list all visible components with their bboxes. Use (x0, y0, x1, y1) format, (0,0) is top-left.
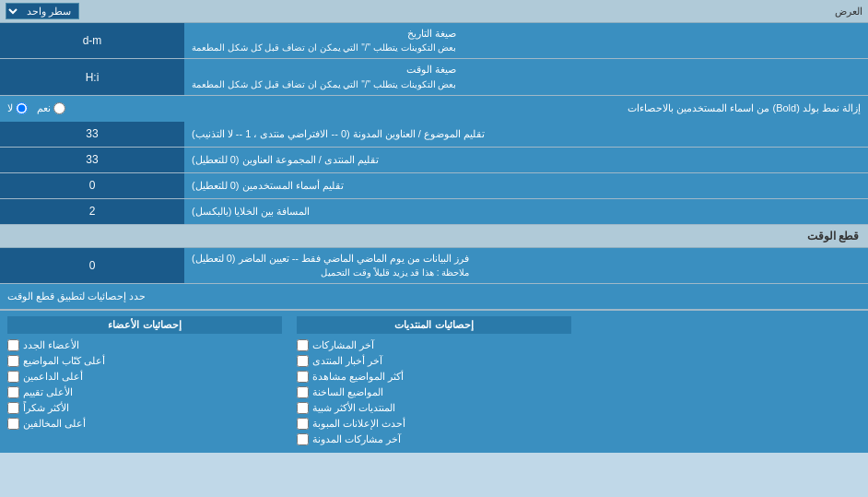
main-container: العرض سطر واحد سطرين ثلاثة أسطر صيغة الت… (0, 0, 868, 453)
cb-popular-forums[interactable] (297, 402, 309, 414)
date-format-row: صيغة التاريخ بعض التكوينات يتطلب "/" الت… (0, 23, 868, 59)
time-format-label: صيغة الوقت بعض التكوينات يتطلب "/" التي … (184, 59, 868, 94)
checkbox-item: آخر المشاركات (297, 337, 571, 353)
date-format-label: صيغة التاريخ بعض التكوينات يتطلب "/" الت… (184, 23, 868, 58)
usernames-input[interactable] (6, 179, 179, 192)
checkbox-col-forums: إحصائيات المنتديات آخر المشاركات آخر أخب… (289, 316, 579, 447)
cell-distance-row: المسافة بين الخلايا (بالبكسل) (0, 199, 868, 225)
forum-group-input-wrapper (0, 148, 184, 172)
cb-last-posts[interactable] (297, 339, 309, 351)
topics-titles-label: تقليم الموضوع / العناوين المدونة (0 -- ا… (184, 122, 868, 147)
checkbox-item: آخر مشاركات المدونة (297, 432, 571, 447)
topics-titles-row: تقليم الموضوع / العناوين المدونة (0 -- ا… (0, 122, 868, 148)
checkbox-item: المواضيع الساخنة (297, 385, 571, 400)
cb-top-supporters[interactable] (7, 371, 19, 383)
cut-time-input-wrapper (0, 248, 184, 283)
checkbox-item: الأعضاء الجدد (7, 337, 282, 353)
usernames-input-wrapper (0, 173, 184, 198)
forum-group-row: تقليم المنتدى / المجموعة العناوين (0 للت… (0, 148, 868, 173)
usernames-row: تقليم أسماء المستخدمين (0 للتعطيل) (0, 173, 868, 199)
checkbox-section: إحصائيات المنتديات آخر المشاركات آخر أخب… (0, 310, 868, 453)
limit-label: حدد إحصائيات لتطبيق قطع الوقت (7, 290, 146, 302)
cb-forum-news[interactable] (297, 355, 309, 367)
cb-most-viewed[interactable] (297, 371, 309, 383)
forum-group-label: تقليم المنتدى / المجموعة العناوين (0 للت… (184, 148, 868, 172)
checkbox-col-members: إحصائيات الأعضاء الأعضاء الجدد أعلى كتّا… (0, 316, 289, 447)
checkbox-item: المنتديات الأكثر شبية (297, 400, 571, 416)
topics-titles-input[interactable] (6, 127, 179, 140)
checkbox-item: الأكثر شكراً (7, 400, 282, 416)
cell-distance-label: المسافة بين الخلايا (بالبكسل) (184, 199, 868, 224)
usernames-label: تقليم أسماء المستخدمين (0 للتعطيل) (184, 173, 868, 198)
checkbox-item: أعلى الداعمين (7, 369, 282, 385)
date-format-input-wrapper (0, 23, 184, 58)
cell-distance-input-wrapper (0, 199, 184, 224)
cb-top-violators[interactable] (7, 418, 19, 430)
forum-group-input[interactable] (6, 153, 179, 166)
cut-time-input[interactable] (6, 259, 179, 272)
members-col-header: إحصائيات الأعضاء (7, 316, 282, 334)
cb-top-posters[interactable] (7, 355, 19, 367)
cb-top-rated[interactable] (7, 386, 19, 398)
bold-label: إزالة نمط بولد (Bold) من اسماء المستخدمي… (118, 102, 861, 114)
cut-time-label: فرز البيانات من يوم الماضي الماضي فقط --… (184, 248, 868, 283)
checkbox-item: آخر أخبار المنتدى (297, 353, 571, 369)
radio-yes[interactable]: نعم (37, 102, 65, 114)
limit-placeholder (579, 316, 868, 447)
forums-col-header: إحصائيات المنتديات (297, 316, 571, 334)
cb-most-thanked[interactable] (7, 402, 19, 414)
checkbox-item: أعلى كتّاب المواضيع (7, 353, 282, 369)
display-select[interactable]: سطر واحد سطرين ثلاثة أسطر (6, 3, 79, 19)
top-row: العرض سطر واحد سطرين ثلاثة أسطر (0, 0, 868, 23)
time-format-input-wrapper (0, 59, 184, 94)
radio-no[interactable]: لا (7, 102, 28, 114)
topics-titles-input-wrapper (0, 122, 184, 147)
time-format-row: صيغة الوقت بعض التكوينات يتطلب "/" التي … (0, 59, 868, 95)
cb-last-blog[interactable] (297, 433, 309, 445)
cb-latest-ads[interactable] (297, 418, 309, 430)
section-header-cut-time: قطع الوقت (0, 225, 868, 248)
time-format-input[interactable] (6, 71, 179, 84)
checkbox-item: أعلى المخالفين (7, 416, 282, 432)
date-format-input[interactable] (6, 34, 179, 47)
cell-distance-input[interactable] (6, 205, 179, 218)
limit-row: حدد إحصائيات لتطبيق قطع الوقت (0, 284, 868, 310)
display-label: العرض (835, 6, 862, 18)
bold-radio-group: نعم لا (7, 102, 118, 114)
cb-hot-topics[interactable] (297, 386, 309, 398)
checkbox-item: الأعلى تقييم (7, 385, 282, 400)
checkbox-item: أكثر المواضيع مشاهدة (297, 369, 571, 385)
cb-new-members[interactable] (7, 339, 19, 351)
cut-time-row: فرز البيانات من يوم الماضي الماضي فقط --… (0, 248, 868, 284)
checkbox-item: أحدث الإعلانات المبوبة (297, 416, 571, 432)
bold-radio-row: إزالة نمط بولد (Bold) من اسماء المستخدمي… (0, 96, 868, 122)
